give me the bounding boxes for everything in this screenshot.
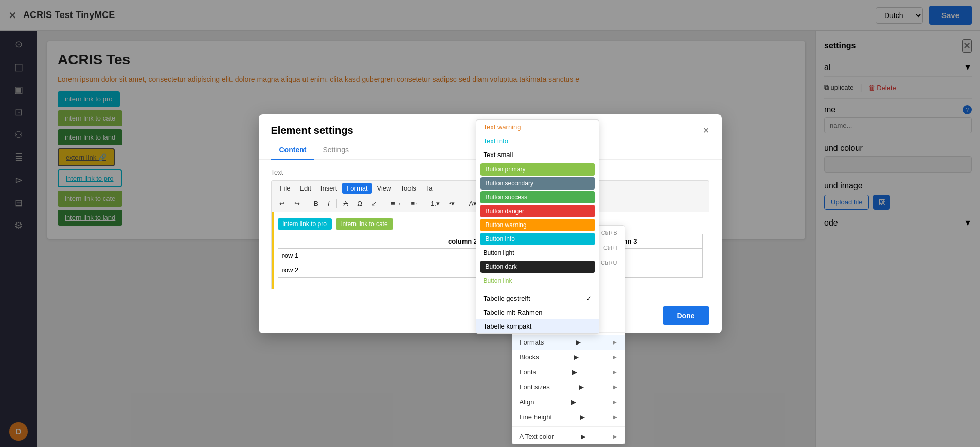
blocks-arrow: ▶ [574,353,579,361]
formats-submenu: Text warning Text info Text small Button… [476,119,599,334]
list-ul-button[interactable]: •▾ [446,198,459,210]
format-menu-fonts[interactable]: Fonts ▶ [512,365,625,380]
menu-ta[interactable]: Ta [421,183,437,194]
format-menu-blocks[interactable]: Blocks ▶ [512,350,625,365]
format-menu-formats[interactable]: Formats ▶ [512,335,625,350]
style-tabelle-gestreift[interactable]: Tabelle gestreift ✓ [476,291,599,305]
style-btn-primary: Button primary [480,163,595,176]
tabelle-gestreift-label: Tabelle gestreift [484,295,530,302]
modal-overlay: Element settings × Content Settings Text… [0,0,980,447]
style-tabelle-rahmen[interactable]: Tabelle mit Rahmen [476,305,599,319]
menu-edit[interactable]: Edit [295,183,315,194]
format-menu-align[interactable]: Align ▶ [512,394,625,409]
line-height-arrow: ▶ [580,413,585,421]
list-ol-button[interactable]: 1.▾ [427,198,443,210]
style-tabelle-kompakt[interactable]: Tabelle kompakt [476,319,599,333]
font-sizes-arrow: ▶ [579,383,584,391]
align-label: Align [520,398,534,406]
content-intern-cate[interactable]: intern link to cate [336,218,393,230]
text-color-fmt-label: A Text color [520,433,554,440]
font-sizes-label: Font sizes [520,383,550,391]
formats-label: Formats [520,338,544,346]
menu-format[interactable]: Format [342,183,371,194]
modal-close-button[interactable]: × [703,125,709,136]
selection-indicator [272,212,274,289]
underline-shortcut: Ctrl+U [601,260,617,266]
toolbar-sep-3 [384,199,384,208]
style-text-small[interactable]: Text small [476,148,599,162]
toolbar-sep-1 [307,199,307,208]
tabelle-rahmen-label: Tabelle mit Rahmen [484,308,543,316]
menu-file[interactable]: File [276,183,295,194]
align-right-button[interactable]: ≡→ [387,198,405,210]
modal-title: Element settings [271,125,353,136]
menu-view[interactable]: View [373,183,396,194]
table-header-1 [278,234,383,248]
style-btn-link[interactable]: Button link [476,274,599,287]
table-cell-r2c1[interactable]: row 2 [278,263,383,277]
style-btn-success: Button success [480,191,595,203]
toolbar-sep-4 [462,199,462,208]
redo-button[interactable]: ↪ [291,198,304,210]
style-btn-success-wrap[interactable]: Button success [476,191,599,203]
align-left-button[interactable]: ≡← [407,198,425,210]
menu-insert[interactable]: Insert [316,183,342,194]
style-btn-info: Button info [480,233,595,245]
style-btn-warning: Button warning [480,219,595,231]
tabelle-gestreift-check: ✓ [586,295,592,302]
format-menu-text-color[interactable]: A Text color ▶ [512,429,625,444]
blocks-label: Blocks [520,353,539,361]
style-btn-dark-wrap[interactable]: Button dark [476,261,599,273]
style-btn-dark: Button dark [480,261,595,273]
menu-tools[interactable]: Tools [397,183,420,194]
format-sep-2 [512,426,625,427]
bold-shortcut: Ctrl+B [601,230,617,236]
italic-shortcut: Ctrl+I [603,245,617,251]
tab-settings[interactable]: Settings [314,141,357,160]
undo-button[interactable]: ↩ [276,198,289,210]
style-btn-light[interactable]: Button light [476,247,599,259]
format-menu-line-height[interactable]: Line height ▶ [512,409,625,424]
done-button[interactable]: Done [663,306,709,325]
content-intern-pro[interactable]: intern link to pro [278,218,332,230]
style-btn-danger: Button danger [480,205,595,217]
fonts-label: Fonts [520,368,537,376]
tabelle-kompakt-label: Tabelle kompakt [484,322,532,330]
fullscreen-button[interactable]: ⤢ [368,198,381,210]
toolbar-sep-2 [336,199,337,208]
line-height-label: Line height [520,413,553,421]
element-settings-modal: Element settings × Content Settings Text… [259,114,722,333]
style-btn-danger-wrap[interactable]: Button danger [476,205,599,217]
style-sep [476,289,599,289]
style-text-warning[interactable]: Text warning [476,120,599,134]
bold-button[interactable]: B [310,198,322,210]
style-btn-secondary: Button secondary [480,177,595,190]
format-menu-font-sizes[interactable]: Font sizes ▶ [512,380,625,394]
italic-button[interactable]: I [324,198,333,210]
style-text-info[interactable]: Text info [476,134,599,148]
align-arrow: ▶ [571,398,576,406]
formats-arrow: ▶ [576,338,581,346]
style-btn-info-wrap[interactable]: Button info [476,233,599,245]
fonts-arrow: ▶ [572,368,577,376]
tab-content[interactable]: Content [271,141,315,160]
style-btn-warning-wrap[interactable]: Button warning [476,219,599,231]
style-btn-primary-wrap[interactable]: Button primary [476,163,599,176]
table-cell-r1c1[interactable]: row 1 [278,248,383,263]
clear-format-button[interactable]: A [340,198,352,210]
omega-button[interactable]: Ω [353,198,366,210]
style-btn-secondary-wrap[interactable]: Button secondary [476,177,599,190]
text-color-arrow: ▶ [581,433,586,440]
